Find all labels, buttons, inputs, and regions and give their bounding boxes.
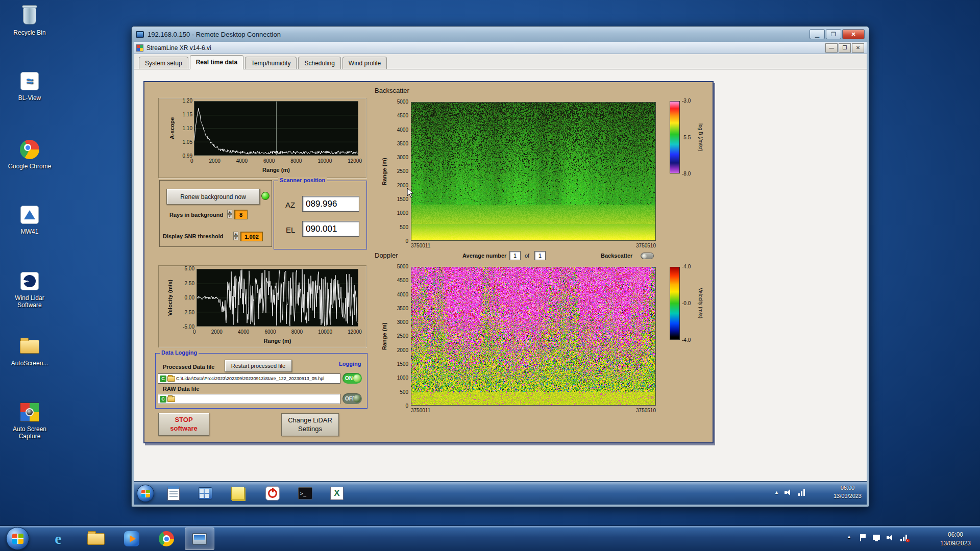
tab-scheduling[interactable]: Scheduling xyxy=(298,57,340,69)
tab-system-setup[interactable]: System setup xyxy=(139,57,188,69)
browse-folder-icon[interactable] xyxy=(167,376,175,382)
clock[interactable]: 06:00 13/09/2023 xyxy=(940,531,971,548)
rays-in-background-field[interactable]: 8 xyxy=(234,210,248,219)
tab-real-time-data[interactable]: Real time data xyxy=(190,55,243,69)
app-icon xyxy=(136,44,143,52)
volume-icon[interactable] xyxy=(887,534,895,541)
tick-label: -0.0 xyxy=(682,300,691,306)
desktop-icon-google-chrome[interactable]: Google Chrome xyxy=(5,138,54,170)
el-value-field[interactable]: 090.001 xyxy=(302,221,359,237)
tick-label: 0 xyxy=(193,329,196,335)
tick-label: 2000 xyxy=(209,158,220,164)
show-hidden-icons-icon[interactable]: ▲ xyxy=(847,534,851,539)
raw-data-file-path[interactable]: C xyxy=(158,394,340,404)
app-close-button[interactable]: ✕ xyxy=(852,43,864,53)
bl-view-icon: ≈ xyxy=(18,69,41,93)
rdp-window-title: 192.168.0.150 - Remote Desktop Connectio… xyxy=(148,31,806,38)
app-restore-button[interactable]: ❐ xyxy=(839,43,851,53)
backscatter-x-end: 3750510 xyxy=(636,243,656,248)
taskbar-remote-desktop-active[interactable] xyxy=(185,528,214,550)
restart-processed-file-button[interactable]: Restart processed file xyxy=(225,360,292,372)
tick-label: 0 xyxy=(190,158,193,164)
app-titlebar[interactable]: StreamLine XR v14-6.vi — ❐ ✕ xyxy=(134,42,867,54)
network-icon[interactable]: x xyxy=(900,534,909,541)
taskbar-media-player[interactable] xyxy=(118,528,145,550)
tick-label: 1000 xyxy=(397,210,408,216)
desktop-icon-mw41[interactable]: MW41 xyxy=(5,203,54,235)
action-center-flag-icon[interactable] xyxy=(859,534,867,541)
average-of-field[interactable]: 1 xyxy=(534,251,546,260)
volume-icon[interactable] xyxy=(785,489,793,496)
remote-taskbar-network[interactable] xyxy=(195,483,215,504)
rdp-close-button[interactable]: ✕ xyxy=(842,29,865,39)
tick-label: -2.50 xyxy=(183,310,194,315)
wind-lidar-icon xyxy=(18,269,41,293)
remote-taskbar-terminal[interactable]: >_ xyxy=(295,483,315,504)
network-icon[interactable] xyxy=(798,489,806,496)
change-lidar-settings-button[interactable]: Change LiDAR Settings xyxy=(281,413,339,436)
backscatter-canvas xyxy=(411,103,655,240)
remote-taskbar-power[interactable] xyxy=(262,483,283,504)
tab-bar: System setup Real time data Temp/humidit… xyxy=(134,54,867,69)
doppler-x-end: 3750510 xyxy=(636,408,656,413)
tick-label: 0 xyxy=(405,238,408,244)
windows-flag-icon xyxy=(12,534,23,544)
tab-temp-humidity[interactable]: Temp/humidity xyxy=(245,57,297,69)
tick-label: 6000 xyxy=(264,329,276,335)
stop-software-button[interactable]: STOP software xyxy=(158,413,209,436)
velocity-x-ticks: 020004000600080001000012000 xyxy=(193,329,362,335)
tick-label: -5.5 xyxy=(682,135,691,140)
browse-folder-icon[interactable] xyxy=(167,396,175,402)
remote-taskbar-notepad[interactable] xyxy=(163,483,184,504)
backscatter-display-toggle[interactable] xyxy=(641,253,654,259)
taskbar-chrome[interactable] xyxy=(153,528,180,550)
raw-logging-toggle[interactable]: OFF xyxy=(342,393,362,404)
clock-date: 13/09/2023 xyxy=(940,539,971,548)
snr-threshold-field[interactable]: 1.002 xyxy=(240,232,263,241)
desktop-icon-label: Recycle Bin xyxy=(5,29,54,36)
desktop-icon-label: Wind Lidar Software xyxy=(5,294,54,309)
taskbar-file-explorer[interactable] xyxy=(83,528,109,550)
backscatter-x-labels: 3750011 3750510 xyxy=(411,243,656,248)
average-number-field[interactable]: 1 xyxy=(509,251,521,260)
snr-spinner[interactable]: ▲▼ xyxy=(233,232,239,240)
auto-screen-capture-icon xyxy=(18,400,41,424)
remote-time: 06:00 xyxy=(834,484,862,492)
start-button[interactable] xyxy=(6,527,29,550)
desktop-icon-recycle-bin[interactable]: Recycle Bin xyxy=(5,4,54,36)
tick-label: 5000 xyxy=(397,99,408,105)
desktop-icon-autoscreen[interactable]: AutoScreen... xyxy=(5,335,54,367)
rdp-window: 192.168.0.150 - Remote Desktop Connectio… xyxy=(131,26,869,507)
rays-spinner[interactable]: ▲▼ xyxy=(227,210,233,218)
processed-logging-toggle[interactable]: ON xyxy=(342,373,362,384)
rdp-titlebar[interactable]: 192.168.0.150 - Remote Desktop Connectio… xyxy=(132,27,869,42)
tab-wind-profile[interactable]: Wind profile xyxy=(342,57,387,69)
tick-label: 4500 xyxy=(397,113,408,118)
desktop-icon-auto-screen-capture[interactable]: Auto Screen Capture xyxy=(5,400,54,440)
rdp-restore-button[interactable]: ❐ xyxy=(826,29,841,39)
tick-label: 10000 xyxy=(317,158,332,164)
tick-label: 12000 xyxy=(348,158,362,164)
taskbar-internet-explorer[interactable]: e xyxy=(45,528,71,550)
renew-background-button[interactable]: Renew background now xyxy=(166,189,260,205)
chrome-icon xyxy=(159,531,174,546)
app-minimize-button[interactable]: — xyxy=(825,43,838,53)
tick-label: 4000 xyxy=(238,329,249,335)
az-value-field[interactable]: 089.996 xyxy=(302,196,359,212)
processed-data-file-path[interactable]: C C:\Lidar\Data\Proc\2023\202309\2023091… xyxy=(158,373,340,384)
ascope-x-axis-label: Range (m) xyxy=(194,167,358,173)
show-hidden-icons-icon[interactable]: ▲ xyxy=(774,490,779,495)
remote-taskbar-sticky-notes[interactable] xyxy=(228,483,248,504)
remote-start-button[interactable] xyxy=(137,485,154,502)
doppler-x-labels: 3750011 3750510 xyxy=(411,408,656,413)
app-window-title: StreamLine XR v14-6.vi xyxy=(146,44,822,52)
backscatter-colorbar-ticks: -3.0-5.5-8.0 xyxy=(682,98,696,177)
remote-taskbar-spreadsheet[interactable]: X xyxy=(327,483,347,504)
remote-clock[interactable]: 06:00 13/09/2023 xyxy=(834,484,862,500)
display-icon[interactable] xyxy=(873,534,881,541)
desktop-icon-bl-view[interactable]: ≈ BL-View xyxy=(5,69,54,102)
desktop-icon-label: Google Chrome xyxy=(5,163,54,170)
rdp-minimize-button[interactable]: ▁ xyxy=(810,29,825,39)
tick-label: 4000 xyxy=(236,158,248,164)
desktop-icon-wind-lidar[interactable]: Wind Lidar Software xyxy=(5,269,54,309)
